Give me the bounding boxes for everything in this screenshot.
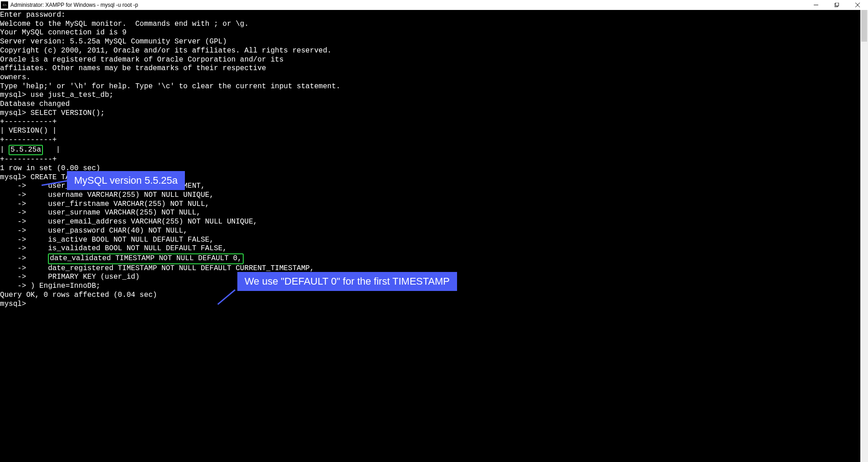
text-segment: -> [0, 254, 48, 262]
terminal-line: Database changed [0, 100, 868, 109]
window-controls [806, 0, 868, 10]
terminal-area[interactable]: Enter password: Welcome to the MySQL mon… [0, 10, 868, 462]
minimize-button[interactable] [806, 0, 826, 10]
terminal-line: mysql> SELECT VERSION(); [0, 109, 868, 118]
terminal-line: affiliates. Other names may be trademark… [0, 64, 868, 73]
terminal-line: -> user_firstname VARCHAR(255) NOT NULL, [0, 200, 868, 209]
terminal-line: Enter password: [0, 11, 868, 20]
terminal-line: -> is_active BOOL NOT NULL DEFAULT FALSE… [0, 236, 868, 245]
terminal-line: -> username VARCHAR(255) NOT NULL UNIQUE… [0, 191, 868, 200]
terminal-line: | 5.5.25a | [0, 145, 868, 156]
scrollbar-thumb[interactable] [861, 10, 867, 42]
window-titlebar: Administrator: XAMPP for Windows - mysql… [0, 0, 868, 10]
terminal-line: Copyright (c) 2000, 2011, Oracle and/or … [0, 47, 868, 56]
default-zero-highlight: date_validated TIMESTAMP NOT NULL DEFAUL… [48, 253, 244, 264]
terminal-line: +-----------+ [0, 136, 868, 145]
terminal-line: +-----------+ [0, 155, 868, 164]
terminal-line: Query OK, 0 rows affected (0.04 sec) [0, 291, 868, 300]
terminal-line: -> is_validated BOOL NOT NULL DEFAULT FA… [0, 244, 868, 253]
terminal-line: +-----------+ [0, 118, 868, 127]
terminal-line: Oracle is a registered trademark of Orac… [0, 56, 868, 65]
close-button[interactable] [847, 0, 868, 10]
terminal-line: Type 'help;' or '\h' for help. Type '\c'… [0, 82, 868, 91]
terminal-line: mysql> [0, 300, 868, 309]
text-segment: | [43, 146, 61, 154]
maximize-button[interactable] [826, 0, 847, 10]
terminal-line: Server version: 5.5.25a MySQL Community … [0, 38, 868, 47]
version-highlight: 5.5.25a [9, 145, 43, 156]
terminal-line: -> user_password CHAR(40) NOT NULL, [0, 227, 868, 236]
terminal-line: Your MySQL connection id is 9 [0, 29, 868, 38]
terminal-line: mysql> use just_a_test_db; [0, 91, 868, 100]
cmd-icon [1, 1, 8, 9]
terminal-line: -> user_email_address VARCHAR(255) NOT N… [0, 218, 868, 227]
version-callout: MySQL version 5.5.25a [67, 171, 185, 190]
svg-rect-2 [835, 3, 839, 6]
terminal-line: | VERSION() | [0, 127, 868, 136]
default-zero-callout: We use "DEFAULT 0" for the first TIMESTA… [237, 272, 457, 291]
terminal-line: owners. [0, 73, 868, 82]
text-segment: | [0, 146, 9, 154]
terminal-line: Welcome to the MySQL monitor. Commands e… [0, 20, 868, 29]
terminal-content: Enter password: Welcome to the MySQL mon… [0, 11, 868, 309]
vertical-scrollbar[interactable] [860, 10, 868, 462]
terminal-line: -> user_surname VARCHAR(255) NOT NULL, [0, 209, 868, 218]
terminal-line: -> date_validated TIMESTAMP NOT NULL DEF… [0, 253, 868, 264]
window-title: Administrator: XAMPP for Windows - mysql… [10, 2, 138, 8]
